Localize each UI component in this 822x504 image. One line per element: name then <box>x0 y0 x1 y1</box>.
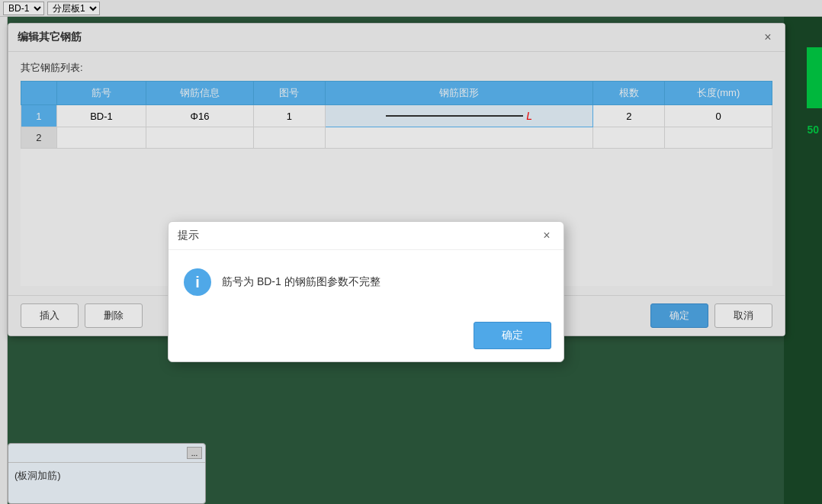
sub-dialog: 提示 × i 筋号为 BD-1 的钢筋图参数不完整 确定 <box>168 221 564 362</box>
sub-dialog-body: i 筋号为 BD-1 的钢筋图参数不完整 <box>169 250 564 314</box>
sub-dialog-confirm-button[interactable]: 确定 <box>474 322 551 349</box>
sub-dialog-message: 筋号为 BD-1 的钢筋图参数不完整 <box>222 275 380 289</box>
sub-dialog-titlebar: 提示 × <box>169 222 564 250</box>
sub-dialog-close-button[interactable]: × <box>539 228 554 243</box>
info-icon: i <box>184 268 211 296</box>
sub-dialog-title: 提示 <box>178 229 199 242</box>
sub-dialog-footer: 确定 <box>169 314 564 361</box>
